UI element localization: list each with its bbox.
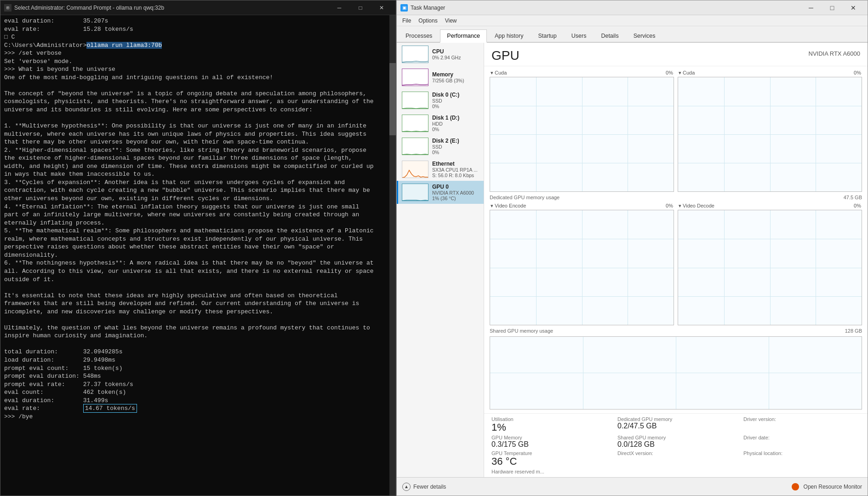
driver-date-label: Driver date:	[743, 435, 860, 440]
video-decode-canvas	[678, 210, 862, 325]
cuda-right-canvas	[678, 77, 862, 192]
ethernet-sub1: SX3A CPU1 RP1A ...	[432, 167, 480, 173]
tm-titlebar-buttons: ─ □ ✕	[800, 0, 864, 15]
cuda-right-title: ▾ Cuda	[679, 70, 695, 76]
tm-maximize-button[interactable]: □	[822, 0, 843, 15]
disk1-mini-graph	[402, 115, 428, 132]
video-decode-cell: ▾ Video Decode 0%	[678, 203, 862, 325]
sidebar-item-disk1[interactable]: Disk 1 (D:) HDD 0%	[397, 112, 484, 135]
ethernet-mini-graph	[402, 161, 428, 178]
open-resource-monitor-button[interactable]: Open Resource Monitor	[792, 483, 862, 490]
cuda-right-pct: 0%	[854, 70, 861, 76]
grid-sm	[490, 337, 862, 409]
driver-date-stat: Driver date:	[743, 435, 860, 449]
gpu-temp-value: 36 °C	[491, 456, 608, 467]
disk0-sidebar-info: Disk 0 (C:) SSD 0%	[432, 92, 480, 109]
gpu-title-block: GPU	[491, 48, 520, 63]
sidebar-item-disk2[interactable]: Disk 2 (E:) SSD 0%	[397, 135, 484, 158]
cmd-content: eval duration: 35.207s eval rate: 15.28 …	[0, 15, 396, 496]
grid-ve	[490, 210, 674, 324]
directx-label: DirectX version:	[617, 450, 734, 456]
grid-v-vd3	[816, 210, 816, 324]
tm-menu-view[interactable]: View	[441, 15, 461, 26]
cmd-maximize-button[interactable]: □	[350, 0, 371, 15]
disk2-sub2: 0%	[432, 150, 480, 155]
gpu-stats-row4: Hardware reserved m...	[491, 469, 860, 474]
gpu-stats-row1: Utilisation 1% Dedicated GPU memory 0.2/…	[491, 416, 860, 433]
dedicated-mem-row: Dedicated GPU memory usage 47.5 GB	[490, 194, 862, 201]
cpu-name: CPU	[432, 48, 480, 55]
tab-startup[interactable]: Startup	[531, 29, 563, 42]
cmd-scrollbar-thumb[interactable]	[389, 63, 396, 135]
gpu-memory-label: GPU Memory	[491, 435, 608, 440]
open-resource-monitor-label: Open Resource Monitor	[804, 484, 862, 490]
sidebar-item-ethernet[interactable]: Ethernet SX3A CPU1 RP1A ... S: 56.0 R: 8…	[397, 158, 484, 181]
shared-mem-label: Shared GPU memory usage	[490, 328, 553, 334]
cuda-right-label: ▾ Cuda 0%	[678, 70, 862, 76]
grid-v-ve2	[582, 210, 582, 324]
tm-sidebar: CPU 0% 2.94 GHz Memory 7/256 GB (3%)	[397, 43, 484, 477]
tab-performance[interactable]: Performance	[440, 29, 487, 43]
memory-sub: 7/256 GB (3%)	[432, 78, 480, 83]
tm-main-content: GPU NVIDIA RTX A6000 ▾ Cuda 0%	[484, 43, 868, 477]
hw-reserved-label: Hardware reserved m...	[491, 469, 860, 474]
cuda-left-label: ▾ Cuda 0%	[490, 70, 674, 76]
tm-menubar: File Options View	[397, 15, 868, 26]
fewer-details-icon: ▲	[402, 483, 411, 491]
driver-version-label: Driver version:	[743, 416, 860, 422]
grid-lines	[490, 77, 674, 191]
tab-app-history[interactable]: App history	[488, 29, 531, 42]
cmd-icon: ⊞	[4, 4, 11, 12]
sidebar-item-gpu0[interactable]: GPU 0 NVIDIA RTX A6000 1% (36 °C)	[397, 181, 484, 204]
cmd-window: ⊞ Select Administrator: Command Prompt -…	[0, 0, 396, 496]
tm-menu-options[interactable]: Options	[415, 15, 441, 26]
orm-icon	[792, 483, 799, 490]
tab-details[interactable]: Details	[594, 29, 625, 42]
grid-v-ve1	[536, 210, 537, 324]
tm-minimize-button[interactable]: ─	[800, 0, 822, 15]
cmd-line-1: eval duration: 35.207s eval rate: 15.28 …	[4, 17, 374, 420]
tab-users[interactable]: Users	[565, 29, 594, 42]
shared-gpu-mem-label: Shared GPU memory	[617, 435, 734, 440]
physical-loc-stat: Physical location:	[743, 450, 860, 467]
video-encode-cell: ▾ Video Encode 0%	[490, 203, 674, 325]
shared-mem-size: 128 GB	[845, 328, 862, 334]
directx-stat: DirectX version:	[617, 450, 734, 467]
sidebar-item-memory[interactable]: Memory 7/256 GB (3%)	[397, 66, 484, 89]
video-encode-pct: 0%	[666, 203, 673, 209]
cmd-minimize-button[interactable]: ─	[329, 0, 350, 15]
grid-v-sm1	[583, 337, 583, 409]
tm-close-button[interactable]: ✕	[843, 0, 864, 15]
grid-v-sm2	[676, 337, 676, 409]
fewer-details-button[interactable]: ▲ Fewer details	[402, 483, 446, 491]
dedicated-mem-size: 47.5 GB	[844, 195, 862, 200]
taskmanager-window: ▣ Task Manager ─ □ ✕ File Options View P…	[396, 0, 868, 496]
gpu-title: GPU	[491, 48, 520, 63]
grid-v2	[582, 77, 582, 191]
tm-menu-file[interactable]: File	[399, 15, 415, 26]
tm-titlebar: ▣ Task Manager ─ □ ✕	[397, 0, 868, 15]
gpu-graphs-area: ▾ Cuda 0%	[484, 66, 868, 413]
grid-lines-r	[678, 77, 862, 191]
grid-v-vd1	[724, 210, 725, 324]
disk2-mini-graph	[402, 138, 428, 155]
tm-footer: ▲ Fewer details Open Resource Monitor	[397, 477, 868, 496]
gpu0-sub2: 1% (36 °C)	[432, 196, 480, 201]
memory-sidebar-info: Memory 7/256 GB (3%)	[432, 71, 480, 83]
cmd-scrollbar[interactable]	[389, 15, 396, 496]
tab-services[interactable]: Services	[627, 29, 662, 42]
tm-tabs: Processes Performance App history Startu…	[397, 26, 868, 43]
utilisation-label: Utilisation	[491, 416, 608, 422]
tm-body: CPU 0% 2.94 GHz Memory 7/256 GB (3%)	[397, 43, 868, 477]
cmd-close-button[interactable]: ✕	[371, 0, 392, 15]
ethernet-name: Ethernet	[432, 161, 480, 167]
tm-title: Task Manager	[411, 5, 800, 11]
gpu-header: GPU NVIDIA RTX A6000	[484, 43, 868, 66]
disk2-sub1: SSD	[432, 144, 480, 150]
sidebar-item-disk0[interactable]: Disk 0 (C:) SSD 0%	[397, 89, 484, 112]
shared-mem-graph-cell	[490, 336, 862, 409]
sidebar-item-cpu[interactable]: CPU 0% 2.94 GHz	[397, 43, 484, 66]
shared-mem-row: Shared GPU memory usage 128 GB	[490, 327, 862, 335]
disk1-sidebar-info: Disk 1 (D:) HDD 0%	[432, 115, 480, 132]
tab-processes[interactable]: Processes	[399, 29, 439, 42]
